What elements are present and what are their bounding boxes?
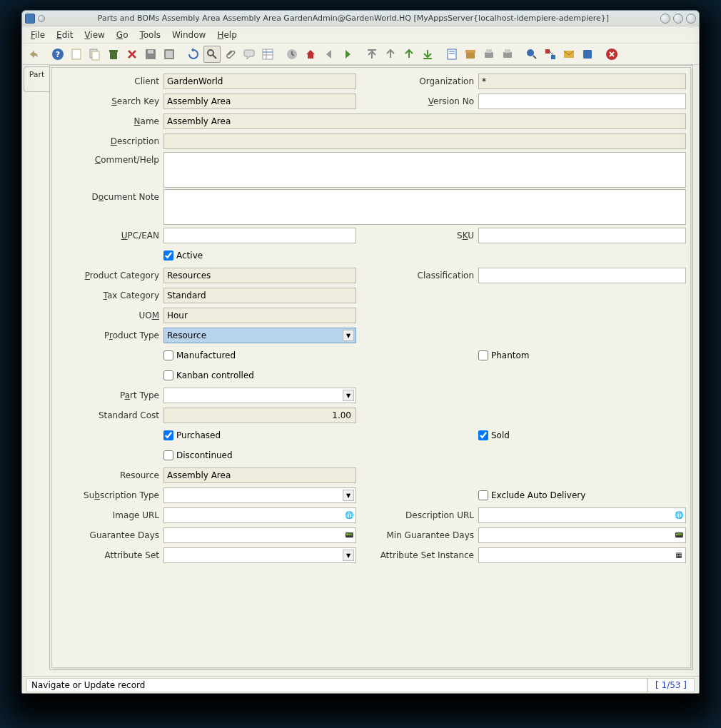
svg-rect-27	[486, 49, 492, 53]
chevron-down-icon[interactable]: ▼	[343, 550, 354, 561]
delete-selected-icon[interactable]	[123, 46, 141, 63]
field-classification[interactable]	[478, 268, 686, 283]
active-workflow-icon[interactable]	[542, 46, 559, 63]
field-sku[interactable]	[478, 228, 686, 243]
field-product-category[interactable]: Resources	[163, 268, 356, 283]
field-version-no[interactable]	[478, 93, 686, 109]
forward-icon[interactable]	[339, 46, 356, 63]
globe-icon[interactable]: 🌐	[673, 509, 685, 520]
request-icon[interactable]	[560, 46, 578, 63]
field-min-guarantee-days[interactable]	[478, 527, 686, 543]
attachment-icon[interactable]	[222, 46, 239, 63]
detail-icon[interactable]	[382, 46, 399, 63]
first-icon[interactable]	[400, 46, 418, 63]
field-comment-help[interactable]	[163, 152, 686, 188]
label-min-guarantee-days: Min Guarantee Days	[371, 530, 478, 540]
label-comment-help: Comment/Help	[56, 152, 163, 165]
report-icon[interactable]	[443, 46, 460, 63]
menu-file[interactable]: File	[25, 29, 51, 41]
save-icon[interactable]	[142, 46, 159, 63]
field-guarantee-days[interactable]	[163, 527, 356, 543]
svg-rect-32	[545, 49, 550, 54]
field-description-url[interactable]	[478, 507, 686, 523]
delete-record-icon[interactable]	[105, 46, 122, 63]
menu-window[interactable]: Window	[166, 29, 211, 41]
label-version-no: Version No	[371, 96, 478, 106]
maximize-icon[interactable]	[673, 14, 683, 24]
field-attribute-set[interactable]: ▼	[163, 547, 356, 563]
field-part-type[interactable]: ▼	[163, 388, 356, 403]
checkbox-active[interactable]	[163, 251, 173, 261]
chevron-down-icon[interactable]: ▼	[343, 390, 354, 401]
close-window-icon[interactable]	[686, 14, 696, 24]
label-kanban: Kanban controlled	[176, 370, 254, 380]
label-search-key: Search Key	[56, 96, 163, 106]
checkbox-manufactured[interactable]	[163, 350, 173, 360]
copy-record-icon[interactable]	[86, 46, 104, 63]
minimize-icon[interactable]	[660, 14, 670, 24]
menu-go[interactable]: Go	[111, 29, 134, 41]
field-standard-cost[interactable]: 1.00	[163, 408, 356, 423]
refresh-icon[interactable]	[185, 46, 202, 63]
calculator-icon[interactable]: 📟	[343, 529, 355, 540]
field-description[interactable]	[163, 133, 686, 149]
field-image-url[interactable]	[163, 507, 356, 523]
svg-line-12	[213, 55, 216, 59]
svg-rect-10	[166, 51, 173, 58]
field-upc-ean[interactable]	[163, 228, 356, 243]
last-icon[interactable]	[419, 46, 436, 63]
checkbox-discontinued[interactable]	[163, 450, 173, 460]
field-product-type[interactable]: Resource ▼	[163, 328, 356, 343]
calculator-icon[interactable]: 📟	[673, 529, 685, 540]
menu-view[interactable]: View	[79, 29, 110, 41]
lookup-icon[interactable]	[203, 46, 221, 63]
field-subscription-type[interactable]: ▼	[163, 487, 356, 503]
label-description: Description	[56, 136, 163, 146]
print-icon[interactable]	[499, 46, 516, 63]
new-record-icon[interactable]	[68, 46, 85, 63]
checkbox-exclude-auto-delivery[interactable]	[478, 490, 488, 500]
exit-icon[interactable]	[603, 46, 620, 63]
field-attribute-set-instance[interactable]	[478, 547, 686, 563]
checkbox-purchased[interactable]	[163, 430, 173, 440]
product-info-icon[interactable]	[579, 46, 596, 63]
toolbar: ?	[22, 44, 699, 65]
checkbox-phantom[interactable]	[478, 350, 488, 360]
archive-icon[interactable]	[462, 46, 479, 63]
print-preview-icon[interactable]	[480, 46, 498, 63]
undo-icon[interactable]	[25, 46, 42, 63]
label-part-type: Part Type	[56, 390, 163, 400]
help-icon[interactable]: ?	[49, 46, 66, 63]
field-search-key[interactable]: Assembly Area	[163, 93, 356, 109]
tab-part[interactable]: Part	[24, 66, 49, 92]
checkbox-kanban[interactable]	[163, 370, 173, 380]
label-product-category: Product Category	[56, 271, 163, 280]
field-uom[interactable]: Hour	[163, 308, 356, 323]
field-organization[interactable]: *	[478, 74, 686, 89]
history-icon[interactable]	[283, 46, 301, 63]
status-message: Navigate or Update record	[26, 678, 647, 692]
grid-toggle-icon[interactable]	[259, 46, 276, 63]
field-tax-category[interactable]: Standard	[163, 288, 356, 303]
field-resource[interactable]: Assembly Area	[163, 467, 356, 483]
label-tax-category: Tax Category	[56, 290, 163, 300]
parent-icon[interactable]	[363, 46, 380, 63]
save-create-icon[interactable]	[161, 46, 178, 63]
chevron-down-icon[interactable]: ▼	[343, 490, 354, 501]
window-menu-icon[interactable]	[38, 15, 45, 22]
svg-rect-2	[72, 49, 81, 59]
home-icon[interactable]	[302, 46, 319, 63]
back-icon[interactable]	[321, 46, 338, 63]
chat-icon[interactable]	[241, 46, 258, 63]
menu-help[interactable]: Help	[211, 29, 242, 41]
field-name[interactable]: Assembly Area	[163, 113, 686, 129]
chevron-down-icon[interactable]: ▼	[343, 330, 354, 341]
globe-icon[interactable]: 🌐	[343, 509, 355, 520]
menu-tools[interactable]: Tools	[133, 29, 166, 41]
checkbox-sold[interactable]	[478, 430, 488, 440]
menu-edit[interactable]: Edit	[51, 29, 79, 41]
zoom-icon[interactable]	[523, 46, 540, 63]
picker-icon[interactable]: ▦	[673, 549, 685, 560]
field-client[interactable]: GardenWorld	[163, 74, 356, 89]
field-document-note[interactable]	[163, 189, 686, 225]
